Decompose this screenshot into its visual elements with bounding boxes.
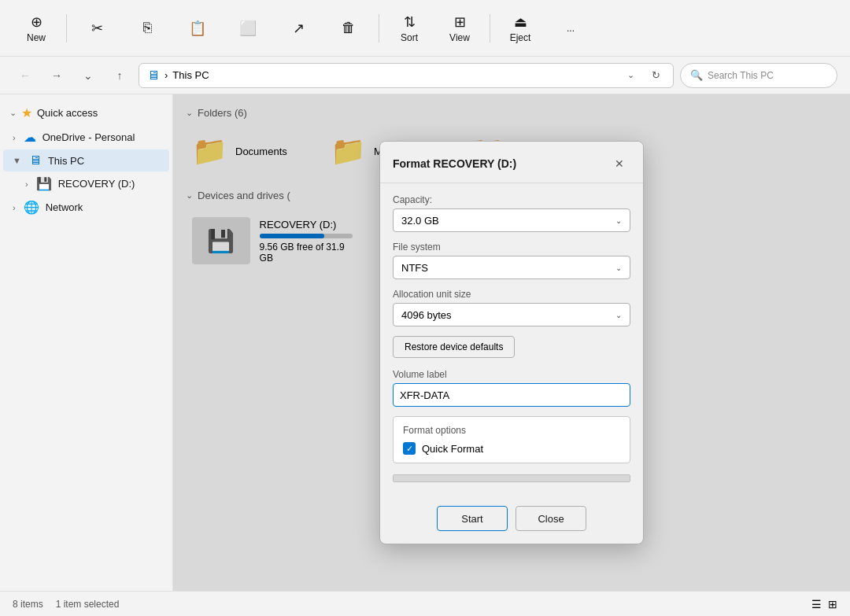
format-dialog: Format RECOVERY (D:) ✕ Capacity: 32.0 GB… bbox=[379, 141, 644, 544]
recovery-label: RECOVERY (D:) bbox=[58, 178, 135, 190]
network-label: Network bbox=[46, 201, 83, 213]
sidebar-section-quickaccess[interactable]: ⌄ ★ Quick access bbox=[0, 101, 172, 125]
filesystem-chevron-icon: ⌄ bbox=[615, 264, 622, 272]
share-icon: ↗ bbox=[293, 20, 305, 37]
delete-icon: 🗑 bbox=[342, 20, 356, 36]
quick-format-label: Quick Format bbox=[422, 443, 483, 455]
recent-button[interactable]: ⌄ bbox=[76, 63, 101, 88]
eject-button[interactable]: ⏏ Eject bbox=[497, 9, 544, 48]
allocation-label: Allocation unit size bbox=[393, 289, 630, 300]
dialog-footer: Start Close bbox=[380, 506, 643, 544]
dialog-overlay: Format RECOVERY (D:) ✕ Capacity: 32.0 GB… bbox=[173, 94, 850, 591]
toolbar-divider-2 bbox=[379, 14, 379, 42]
sidebar-item-recovery[interactable]: › 💾 RECOVERY (D:) bbox=[3, 172, 169, 195]
copy-button[interactable]: ⎘ bbox=[124, 15, 171, 41]
sort-icon: ⇅ bbox=[404, 13, 416, 31]
recovery-drive-icon: 💾 bbox=[36, 176, 52, 191]
restore-defaults-button[interactable]: Restore device defaults bbox=[393, 336, 515, 358]
cut-button[interactable]: ✂ bbox=[73, 15, 120, 42]
dialog-body: Capacity: 32.0 GB ⌄ File system NTFS ⌄ A… bbox=[380, 183, 643, 506]
sidebar-item-network[interactable]: › 🌐 Network bbox=[3, 196, 169, 219]
format-options-title: Format options bbox=[403, 425, 620, 436]
format-options-box: Format options ✓ Quick Format bbox=[393, 416, 630, 463]
breadcrumb-separator: › bbox=[164, 69, 168, 81]
thispc-icon: 🖥 bbox=[29, 153, 42, 168]
toolbar-divider-3 bbox=[490, 14, 490, 42]
pc-icon: 🖥 bbox=[147, 68, 160, 83]
volume-label-label: Volume label bbox=[393, 369, 630, 380]
allocation-chevron-icon: ⌄ bbox=[615, 311, 622, 319]
onedrive-label: OneDrive - Personal bbox=[42, 131, 135, 143]
dialog-titlebar: Format RECOVERY (D:) ✕ bbox=[380, 142, 643, 183]
quick-format-row: ✓ Quick Format bbox=[403, 442, 620, 455]
forward-button[interactable]: → bbox=[44, 63, 69, 88]
view-button[interactable]: ⊞ View bbox=[436, 9, 483, 48]
path-dropdown-button[interactable]: ⌄ bbox=[621, 66, 640, 85]
address-path[interactable]: 🖥 › This PC ⌄ ↻ bbox=[139, 63, 674, 88]
rename-icon: ⬜ bbox=[239, 20, 257, 37]
network-icon: 🌐 bbox=[24, 200, 39, 215]
toolbar-divider-1 bbox=[66, 14, 67, 42]
sidebar: ⌄ ★ Quick access › ☁ OneDrive - Personal… bbox=[0, 94, 173, 591]
paste-icon: 📋 bbox=[189, 20, 206, 37]
toolbar: ⊕ New ✂ ⎘ 📋 ⬜ ↗ 🗑 ⇅ Sort ⊞ View ⏏ Eject … bbox=[0, 0, 850, 57]
filesystem-label: File system bbox=[393, 242, 630, 253]
allocation-dropdown[interactable]: 4096 bytes ⌄ bbox=[393, 303, 630, 326]
quickaccess-star-icon: ★ bbox=[21, 105, 32, 120]
quickaccess-label: Quick access bbox=[37, 107, 98, 119]
search-icon: 🔍 bbox=[690, 69, 703, 81]
item-count: 8 items bbox=[13, 599, 43, 610]
capacity-dropdown[interactable]: 32.0 GB ⌄ bbox=[393, 208, 630, 232]
eject-icon: ⏏ bbox=[514, 13, 527, 31]
back-button[interactable]: ← bbox=[13, 63, 38, 88]
sidebar-item-thispc[interactable]: ▼ 🖥 This PC bbox=[3, 149, 169, 172]
cut-icon: ✂ bbox=[91, 20, 103, 37]
thispc-label: This PC bbox=[48, 155, 84, 167]
content-area: ⌄ Folders (6) 📁 Documents 📁 Music 📁 Vide… bbox=[173, 94, 850, 591]
progress-bar bbox=[393, 474, 630, 482]
search-box[interactable]: 🔍 Search This PC bbox=[680, 63, 837, 88]
start-button[interactable]: Start bbox=[437, 506, 508, 531]
address-bar: ← → ⌄ ↑ 🖥 › This PC ⌄ ↻ 🔍 Search This PC bbox=[0, 57, 850, 94]
selected-count: 1 item selected bbox=[56, 599, 120, 610]
new-button[interactable]: ⊕ New bbox=[13, 9, 60, 48]
sidebar-item-onedrive[interactable]: › ☁ OneDrive - Personal bbox=[3, 126, 169, 149]
filesystem-dropdown[interactable]: NTFS ⌄ bbox=[393, 256, 630, 279]
delete-button[interactable]: 🗑 bbox=[325, 15, 372, 41]
onedrive-expand-icon: › bbox=[13, 133, 16, 142]
view-icon: ⊞ bbox=[454, 13, 466, 31]
dialog-close-button[interactable]: ✕ bbox=[608, 153, 630, 175]
paste-button[interactable]: 📋 bbox=[174, 15, 221, 42]
statusbar: 8 items 1 item selected ☰ ⊞ bbox=[0, 591, 850, 616]
capacity-value: 32.0 GB bbox=[401, 215, 439, 227]
sort-button[interactable]: ⇅ Sort bbox=[386, 9, 433, 48]
close-button[interactable]: Close bbox=[516, 506, 586, 531]
main-area: ⌄ ★ Quick access › ☁ OneDrive - Personal… bbox=[0, 94, 850, 591]
share-button[interactable]: ↗ bbox=[275, 15, 322, 42]
up-button[interactable]: ↑ bbox=[107, 63, 132, 88]
capacity-chevron-icon: ⌄ bbox=[615, 216, 622, 225]
filesystem-value: NTFS bbox=[401, 262, 428, 274]
more-button[interactable]: ... bbox=[547, 18, 594, 39]
refresh-button[interactable]: ↻ bbox=[646, 66, 665, 85]
dialog-title: Format RECOVERY (D:) bbox=[393, 157, 516, 170]
thispc-expand-icon: ▼ bbox=[13, 156, 21, 165]
rename-button[interactable]: ⬜ bbox=[224, 15, 272, 42]
allocation-value: 4096 bytes bbox=[401, 309, 452, 321]
onedrive-icon: ☁ bbox=[24, 130, 36, 145]
volume-label-input[interactable] bbox=[393, 383, 630, 407]
grid-view-button[interactable]: ⊞ bbox=[828, 598, 837, 610]
statusbar-right: ☰ ⊞ bbox=[811, 598, 837, 610]
list-view-button[interactable]: ☰ bbox=[811, 598, 822, 610]
new-icon: ⊕ bbox=[31, 13, 42, 31]
quickaccess-chevron: ⌄ bbox=[9, 108, 17, 118]
network-expand-icon: › bbox=[13, 203, 16, 212]
quick-format-checkbox[interactable]: ✓ bbox=[403, 442, 416, 455]
copy-icon: ⎘ bbox=[143, 20, 152, 36]
recovery-expand-icon: › bbox=[25, 179, 28, 189]
capacity-label: Capacity: bbox=[393, 194, 630, 205]
breadcrumb-pc: This PC bbox=[172, 69, 209, 81]
